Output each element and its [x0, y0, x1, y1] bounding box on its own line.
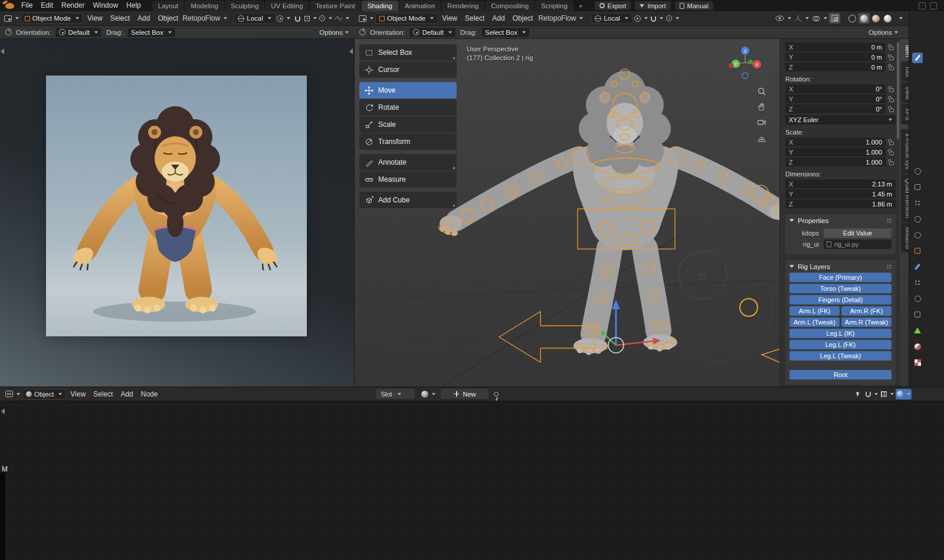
properties-tab-active-tool-icon[interactable]: [912, 53, 923, 63]
edit-value-button[interactable]: Edit Value: [824, 228, 891, 238]
manual-button[interactable]: Manual: [675, 1, 713, 10]
properties-tab-output-icon[interactable]: [912, 182, 923, 192]
lock-button[interactable]: [887, 149, 896, 155]
rotation-z-field[interactable]: Z0°: [785, 104, 886, 113]
lock-button[interactable]: [887, 159, 896, 165]
lock-button[interactable]: [887, 44, 896, 50]
export-button[interactable]: Export: [595, 1, 631, 10]
perspective-toggle-button[interactable]: [756, 133, 767, 144]
lock-button[interactable]: [887, 86, 896, 92]
options-dropdown[interactable]: Options: [319, 29, 349, 36]
pan-button[interactable]: [756, 101, 767, 112]
editor-type-button[interactable]: [4, 389, 21, 399]
blender-logo-icon[interactable]: [5, 3, 14, 9]
cursor-tool-button[interactable]: [853, 389, 864, 399]
rig-layers-panel-header[interactable]: Rig Layers: [785, 260, 896, 273]
shading-solid-button[interactable]: [858, 13, 870, 24]
rig-layer-torso-tweak[interactable]: Torso (Tweak): [789, 284, 891, 293]
tab-rendering[interactable]: Rendering: [441, 1, 485, 11]
scale-y-field[interactable]: Y1.000: [785, 148, 886, 156]
menu-view[interactable]: View: [84, 14, 106, 22]
tool-select-box[interactable]: Select Box: [359, 44, 457, 61]
menu-object[interactable]: Object: [154, 14, 182, 22]
rig-layer-leg-l-tweak[interactable]: Leg.L (Tweak): [789, 351, 891, 361]
shading-rendered-button[interactable]: [882, 13, 893, 24]
retopoflow-menu[interactable]: RetopoFlow: [182, 13, 227, 24]
sidebar-tab-view[interactable]: View: [901, 82, 909, 104]
properties-tab-world-icon[interactable]: [912, 230, 923, 240]
view-layer-icon[interactable]: [930, 2, 937, 9]
render-viewport[interactable]: [0, 39, 354, 387]
menu-view[interactable]: View: [438, 14, 461, 22]
mode-dropdown[interactable]: Object Mode: [21, 13, 83, 24]
tool-scale[interactable]: Scale: [359, 116, 457, 133]
sidebar-tab-xps[interactable]: XPS: [901, 104, 909, 125]
menu-select[interactable]: Select: [107, 14, 133, 22]
shading-wireframe-button[interactable]: [847, 13, 858, 24]
tool-rotate[interactable]: Rotate: [359, 99, 457, 116]
snap-toggle-button[interactable]: [650, 13, 664, 24]
lock-button[interactable]: [887, 64, 896, 70]
lock-button[interactable]: [887, 139, 896, 145]
properties-tab-constraints-icon[interactable]: [912, 309, 923, 320]
sidebar-tab-quad-remesh[interactable]: Quad Remesh: [901, 174, 909, 222]
shader-type-dropdown[interactable]: Object: [22, 389, 66, 399]
browse-material-button[interactable]: [420, 389, 437, 399]
shader-editor-canvas[interactable]: M: [0, 401, 944, 560]
overlays-dropdown[interactable]: [811, 13, 828, 24]
gizmos-dropdown[interactable]: [793, 13, 810, 24]
snap-settings-button[interactable]: [880, 389, 895, 399]
rig-layer-fingers-detail[interactable]: Fingers (Detail): [789, 295, 891, 304]
menu-object[interactable]: Object: [509, 14, 537, 22]
rig-layer-face-primary[interactable]: Face (Primary): [789, 273, 891, 282]
visibility-dropdown[interactable]: [774, 13, 792, 24]
tool-annotate[interactable]: Annotate: [359, 154, 457, 171]
snap-toggle-button[interactable]: [292, 13, 303, 24]
scale-x-field[interactable]: X1.000: [785, 137, 886, 146]
toolbar-collapse-arrow[interactable]: [1, 408, 5, 414]
lock-button[interactable]: [887, 106, 896, 112]
panel-options-icon[interactable]: [887, 264, 891, 269]
menu-window[interactable]: Window: [88, 0, 122, 11]
pivot-point-button[interactable]: [633, 13, 649, 24]
dimensions-y-field[interactable]: Y1.45 m: [785, 189, 896, 198]
properties-tab-view-layer-icon[interactable]: [912, 198, 923, 208]
proportional-edit-button[interactable]: [665, 13, 680, 24]
menu-render[interactable]: Render: [57, 0, 88, 11]
pivot-point-button[interactable]: [276, 13, 291, 24]
rotation-x-field[interactable]: X0°: [785, 84, 886, 93]
tab-scripting[interactable]: Scripting: [535, 1, 574, 11]
properties-tab-object-data-icon[interactable]: [912, 325, 923, 336]
toolbar-collapse-arrow[interactable]: [1, 48, 4, 54]
tab-layout[interactable]: Layout: [152, 1, 185, 11]
snap-toggle-button[interactable]: [864, 389, 879, 399]
properties-panel-header[interactable]: Properties: [785, 214, 896, 227]
new-material-button[interactable]: New: [441, 389, 489, 399]
tab-modeling[interactable]: Modeling: [185, 1, 225, 11]
tool-cursor[interactable]: Cursor: [359, 61, 457, 78]
rig-layer-leg-l-fk[interactable]: Leg.L (FK): [789, 340, 891, 349]
menu-node[interactable]: Node: [137, 390, 162, 398]
properties-tab-material-icon[interactable]: [912, 341, 923, 352]
menu-help[interactable]: Help: [122, 0, 145, 11]
rotation-y-field[interactable]: Y0°: [785, 94, 886, 103]
properties-tab-modifiers-icon[interactable]: [912, 261, 923, 272]
menu-select[interactable]: Select: [461, 14, 488, 22]
add-workspace-button[interactable]: +: [574, 1, 588, 11]
snap-settings-button[interactable]: [304, 13, 318, 24]
shading-dropdown[interactable]: [894, 13, 905, 24]
tab-sculpting[interactable]: Sculpting: [225, 1, 265, 11]
tab-compositing[interactable]: Compositing: [485, 1, 535, 11]
dimensions-x-field[interactable]: X2.13 m: [785, 179, 896, 188]
menu-add[interactable]: Add: [117, 390, 136, 398]
zoom-button[interactable]: [756, 86, 767, 97]
drag-dropdown[interactable]: Select Box: [481, 27, 530, 38]
transform-orientation-dropdown[interactable]: Local: [591, 13, 632, 24]
properties-tab-physics-icon[interactable]: [912, 293, 923, 304]
overlays-toggle[interactable]: [896, 389, 912, 399]
sidebar-tab-x-muscle-sys[interactable]: x-muscle sys: [901, 129, 909, 173]
orientation-dropdown[interactable]: Default: [55, 27, 101, 38]
menu-select[interactable]: Select: [90, 390, 116, 398]
scene-selector-icon[interactable]: [919, 2, 926, 9]
menu-file[interactable]: File: [17, 0, 37, 11]
